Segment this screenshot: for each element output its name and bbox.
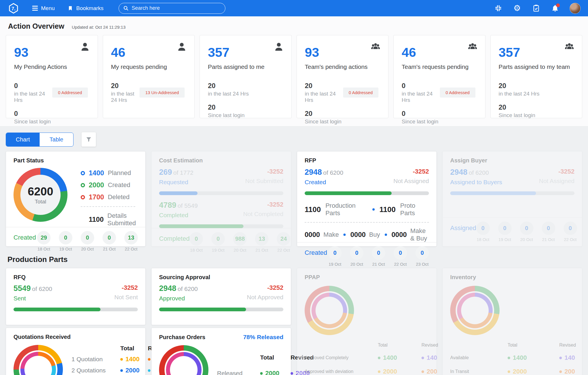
- day-value: 0: [564, 221, 577, 235]
- tab-chart[interactable]: Chart: [6, 133, 40, 146]
- day-date: 22 Oct: [394, 262, 407, 267]
- progress-fill: [159, 224, 243, 228]
- legend-dot: [148, 358, 150, 361]
- footer-label: Created: [13, 234, 37, 241]
- buy-label: Buy: [369, 231, 380, 238]
- stat-big: 2948: [450, 168, 467, 176]
- since-caption: Since last login: [402, 118, 477, 125]
- stat-card-parts-assigned-to-me[interactable]: 357 Parts assigned to me 20 in the last …: [200, 35, 292, 118]
- day-stat: 018 Oct: [189, 232, 203, 252]
- stat-delta: -3252: [245, 168, 283, 175]
- day-value: 0: [372, 246, 385, 260]
- collapse-icon[interactable]: [494, 4, 502, 13]
- search-bar[interactable]: [119, 3, 225, 14]
- app-logo-icon[interactable]: 7.: [7, 2, 20, 14]
- menu-button[interactable]: Menu: [32, 5, 55, 11]
- day-value: 0: [520, 221, 533, 235]
- legend-dot: [508, 370, 510, 373]
- since-value: 20: [208, 103, 283, 111]
- day-date: 19 Oct: [211, 248, 225, 252]
- legend-dot: [120, 369, 123, 372]
- day-stat: 021 Oct: [372, 246, 385, 267]
- stat-card-my-pending-actions[interactable]: 93 My Pending Actions 0 in the last 24 H…: [6, 35, 98, 118]
- stat-big: 4789: [159, 201, 176, 209]
- stat-label: My requests pending: [111, 63, 187, 70]
- progress-bar: [13, 308, 138, 311]
- day-stat: 2918 Oct: [37, 231, 51, 251]
- proto-parts-label: Proto Parts: [400, 202, 429, 217]
- notifications-bell-icon[interactable]: [551, 4, 559, 13]
- legend-dot: [378, 357, 380, 359]
- day-value: 24: [277, 232, 290, 246]
- day-date: 22 Oct: [564, 237, 577, 242]
- day-date: 23 Oct: [415, 262, 429, 267]
- search-input[interactable]: [132, 5, 221, 11]
- addressed-badge: 0 Addressed: [343, 88, 378, 98]
- last24-caption: in the last 24 Hrs: [111, 91, 140, 103]
- col-total: Total: [260, 354, 291, 361]
- legend-dot: [378, 370, 380, 373]
- last24-value: 20: [208, 82, 249, 90]
- day-stat: 021 Oct: [542, 221, 555, 242]
- last24-value: 0: [402, 82, 440, 90]
- day-stat: 020 Oct: [350, 246, 363, 267]
- tab-table[interactable]: Table: [40, 133, 73, 146]
- stat-of: of 1772: [173, 169, 194, 176]
- col-total: Total: [508, 343, 559, 348]
- since-caption: Since last login: [14, 118, 90, 125]
- last24-value: 20: [111, 82, 140, 90]
- rfq-stack: RFQ 5549 of 6200 Sent -3252 Not Sent: [6, 268, 146, 375]
- legend-item: 1400 Planned: [81, 169, 138, 177]
- progress-fill: [305, 191, 392, 195]
- details-label: Details Submitted: [107, 212, 138, 227]
- settings-gear-icon[interactable]: ⚙: [513, 4, 521, 13]
- day-date: 18 Oct: [189, 248, 203, 252]
- day-value: 29: [37, 231, 51, 244]
- since-caption: Since last login: [208, 112, 283, 118]
- stat-value: 46: [402, 45, 477, 60]
- bookmarks-button[interactable]: Bookmarks: [67, 5, 104, 11]
- stat-sub: Requested: [159, 179, 194, 186]
- legend-dot: [81, 171, 85, 175]
- svg-text:7.: 7.: [11, 6, 16, 11]
- stat-card-teams-requests-pending[interactable]: 46 Team's requests pending 0 in the last…: [393, 35, 486, 118]
- filter-button[interactable]: [82, 132, 96, 147]
- day-stat: 019 Oct: [211, 232, 225, 252]
- since-value: 20: [305, 110, 380, 118]
- stat-card-parts-assigned-to-my-team[interactable]: 357 Parts assigned to my team 20 in the …: [490, 35, 583, 118]
- stat-delta: -3252: [539, 168, 575, 175]
- filter-funnel-icon: [85, 136, 92, 143]
- row-label: In Transit: [450, 369, 508, 374]
- row-label: Released: [217, 370, 260, 375]
- stat-big: 2948: [305, 168, 322, 176]
- part-status-donut: 6200 Total: [13, 168, 67, 222]
- notification-dot: [556, 3, 560, 7]
- day-date: 20 Oct: [233, 248, 247, 252]
- day-stat: 022 Oct: [564, 221, 577, 242]
- day-date: 20 Oct: [520, 237, 533, 242]
- daily-stats-footer: Created 019 Oct 020 Oct 021 Oct 022 Oct …: [297, 242, 436, 271]
- tasks-clipboard-icon[interactable]: [532, 4, 540, 13]
- day-value: 0: [415, 246, 429, 260]
- card-title: Part Status: [13, 157, 138, 164]
- stat-card-teams-pending-actions[interactable]: 93 Team's pending actions 20 in the last…: [297, 35, 389, 118]
- stat-card-my-requests-pending[interactable]: 46 My requests pending 20 in the last 24…: [103, 35, 195, 118]
- day-stat: 1322 Oct: [124, 231, 138, 251]
- day-value: 13: [124, 231, 138, 244]
- legend-value: 2000: [89, 181, 104, 189]
- stat-label: Parts assigned to me: [208, 63, 283, 70]
- user-avatar[interactable]: [570, 3, 581, 14]
- stat-of: of 5549: [178, 202, 198, 209]
- day-date: 19 Oct: [59, 246, 72, 251]
- day-stat: 018 Oct: [476, 221, 490, 242]
- stat-value: 357: [208, 45, 283, 60]
- assign-buyer-card: Assign Buyer 2948 of 6200 Assigned to Bu…: [442, 151, 582, 246]
- search-icon: [123, 5, 129, 11]
- buy-value: 0000: [350, 231, 365, 239]
- day-date: 21 Oct: [542, 237, 555, 242]
- stat-delta-label: Not Assigned: [393, 178, 429, 184]
- day-value: 988: [233, 232, 247, 246]
- inventory-donut: [450, 286, 500, 335]
- stat-label: Team's pending actions: [305, 63, 380, 70]
- action-overview-section: Action Overview Updated at: Oct 24 11:29…: [0, 16, 588, 127]
